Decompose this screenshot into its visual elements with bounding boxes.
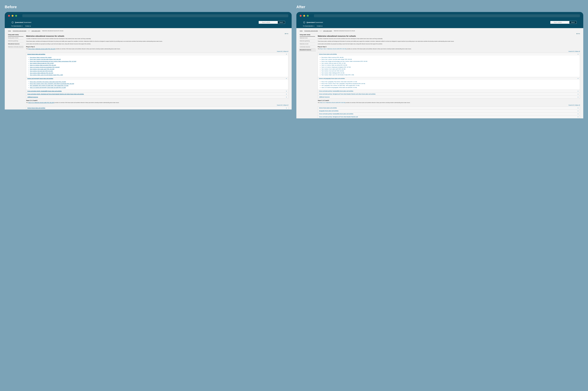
nav-contact-us[interactable]: Contact us [317,25,323,27]
url-bar[interactable] [314,14,580,17]
list-item[interactable]: Prep science: Water is precious (PDF, 46… [321,57,578,58]
list-item[interactable]: Prep to Year 1 geography, Prep science: … [321,81,578,83]
brand[interactable]: Queensland Government [11,21,31,24]
acc-science-2-header[interactable]: Science lesson plans and activities [26,106,288,109]
acc-additional: Additional resources [318,96,580,98]
acc-additional-header[interactable]: Additional resources [26,96,288,98]
list-item[interactable]: Year 2 science: How much rain? (PDF, 515… [321,70,578,72]
crumb-env[interactable]: Environment, land and water [13,30,26,31]
sidebar-item-educational[interactable]: Educational resources [8,42,23,45]
list-item[interactable]: Year 1 geography, Year 2 science: No wat… [30,85,286,86]
acc-sustainability-header[interactable]: Cross-curriculum priority: Sustainabilit… [26,90,288,93]
acc-science-header[interactable]: Science lesson plans and activities [26,53,288,56]
search-input[interactable] [550,21,569,24]
print-link[interactable]: 🖶 Print [318,33,580,34]
url-bar[interactable] [22,14,288,17]
expand-all[interactable]: Expand all [277,104,282,106]
list-item[interactable]: Years 1 to 5 science and geography: Scho… [321,87,578,88]
acc-science-header[interactable]: Science lesson plans and activities [318,53,580,56]
crumb-env[interactable]: Environment, land and water [304,30,318,31]
sidebar-item-educational[interactable]: Educational resources [299,48,316,51]
collapse-all[interactable]: Collapse all [574,104,580,106]
minimize-icon[interactable] [12,15,13,17]
acc-atsi-header[interactable]: Cross-curriculum priority: Aboriginal an… [26,93,288,96]
sidebar-item-gardening[interactable]: Waterwise gardening [8,39,23,42]
prep-toolkit-link[interactable]: Prep to Year 2: Waterwise schools toolki… [28,48,55,49]
close-icon[interactable] [300,15,301,17]
list-item[interactable]: Prep to Year 2 science, Prep to Year 1 g… [30,83,286,85]
search-button[interactable]: Search [278,21,285,24]
list-item[interactable]: Year 2 science: How is water used? (PDF,… [30,68,286,70]
prep-intro: The Prep to Year 2: Waterwise schools to… [318,48,580,50]
crumb-using[interactable]: Using water wisely [323,30,332,31]
expand-all[interactable]: Expand all [569,104,574,106]
acc-sustainability-header[interactable]: Cross-curriculum priority: Sustainabilit… [318,90,580,93]
search-button[interactable]: Search [569,21,577,24]
list-item[interactable]: Prep to Year 2 design and technologies a… [321,61,578,62]
list-item[interactable]: Year 2 science: Water challenges (PDF, 2… [30,72,286,74]
crumb-home[interactable]: Home [300,30,302,31]
list-item[interactable]: Prep to Year 2 design and technologies a… [30,61,286,62]
nav-for-queenslanders[interactable]: For Queenslanders ▾ [11,25,23,27]
acc-atsi-header[interactable]: Cross-curriculum priority: Aboriginal an… [318,93,580,96]
nav-contact-us[interactable]: Contact us [25,25,31,27]
list-item[interactable]: Year 2 science: Water challenges (PDF, 2… [321,72,578,74]
acc-atsi-2-header[interactable]: Cross-curriculum priority: Aboriginal an… [318,115,580,118]
list-item[interactable]: Prep to Year 1 geography, Prep science: … [30,81,286,83]
acc-science-2-header[interactable]: Science lesson plans and activities [318,106,580,109]
close-icon[interactable] [8,15,10,17]
list-item[interactable]: Year 2 science: Water: Learn it for Life… [30,74,286,76]
list-item[interactable]: Year 2 science: How much rain? (PDF, 514… [30,70,286,72]
collapse-all[interactable]: Collapse all [283,51,288,52]
list-item[interactable]: Year 2 science: Water: Learn it for Life… [321,74,578,76]
list-item[interactable]: Year 1 science: What can water do? (PDF,… [321,62,578,64]
acc-scigeo-header[interactable]: Science and geography lesson plans and a… [318,77,580,80]
intro-p3: Lesson plans and activities are grouped … [26,43,288,45]
crumb-using[interactable]: Using water wisely [32,30,40,31]
list-item[interactable]: Year 1 science: What can water do? (PDF,… [30,62,286,64]
crumb-home[interactable]: Home [8,30,11,31]
years345-toolkit-link[interactable]: Years 3 to 6: Waterwise schools toolkit … [320,102,345,103]
search-input[interactable] [259,21,278,24]
sidebar-item-work[interactable]: Waterwise at work [300,42,315,45]
print-link[interactable]: 🖶 Print [26,33,288,34]
heading-years345: Years 3, 4, 5 and 6 [26,100,288,101]
nav-for-queenslanders[interactable]: For Queenslanders ▾ [303,25,314,27]
sidebar-item-gardening[interactable]: Waterwise gardening [300,39,315,42]
brand[interactable]: Queensland Government [303,21,323,24]
maximize-icon[interactable] [15,15,17,17]
prep-toolkit-link[interactable]: Prep to Year 2: Waterwise schools toolki… [320,48,346,49]
list-item[interactable]: Prep to Year 2 science, Prep to Year 1 g… [321,83,578,85]
list-item[interactable]: Years 1 to 5 science and geography: Scho… [30,87,286,88]
content-area: Home› Environment, land and water› [...]… [296,28,583,118]
list-item[interactable]: Prep to Year 1 science: How does water c… [321,59,578,60]
sidebar-item-saving[interactable]: Saving water at home [8,37,23,39]
acc-sustainability-2-header[interactable]: Cross-curriculum priority: Sustainabilit… [318,112,580,115]
list-item[interactable]: Prep to Year 1 science: How does water c… [30,59,286,60]
collapse-all[interactable]: Collapse all [574,51,580,52]
maximize-icon[interactable] [307,15,309,17]
list-item[interactable]: Years 1 to 4 science: Water use activity… [321,64,578,66]
years345-toolkit-link[interactable]: Years 3 to 6: Waterwise schools toolkit … [28,102,54,103]
minimize-icon[interactable] [303,15,305,17]
list-item[interactable]: Prep science: Water is precious (PDF, 46… [30,57,286,58]
sidebar-item-community[interactable]: Waterwise community resources [8,45,23,48]
sidebar-item-home[interactable]: Waterwise home [300,37,315,39]
expand-all[interactable]: Expand all [569,51,574,52]
chevron-down-icon [578,107,579,108]
acc-sustainability: Cross-curriculum priority: Sustainabilit… [318,90,580,93]
list-item[interactable]: Years 1 to 8 science: Dripping tap inves… [321,66,578,68]
acc-scigeo: Science and geography lesson plans and a… [318,77,580,90]
expand-all[interactable]: Expand all [277,51,282,52]
list-item[interactable]: Year 1 geography, Year 2 science: No wat… [321,85,578,86]
breadcrumb: Home› Environment, land and water› [...]… [300,29,580,32]
acc-geo-header[interactable]: Geography lesson plans and activities [318,109,580,112]
sidebar-item-community[interactable]: Community resources [300,45,315,48]
list-item[interactable]: Years 1 to 8 science: Dripping tap inves… [30,66,286,68]
acc-additional-header[interactable]: Additional resources [318,96,580,98]
breadcrumb: Home› Environment, land and water› [...]… [8,29,288,32]
list-item[interactable]: Year 2 science: How is water used? (PDF,… [321,68,578,70]
acc-scigeo-header[interactable]: Science and geography lesson plans and a… [26,77,288,80]
collapse-all[interactable]: Collapse all [283,104,288,106]
list-item[interactable]: Years 1 to 4 science: Water use activity… [30,64,286,66]
